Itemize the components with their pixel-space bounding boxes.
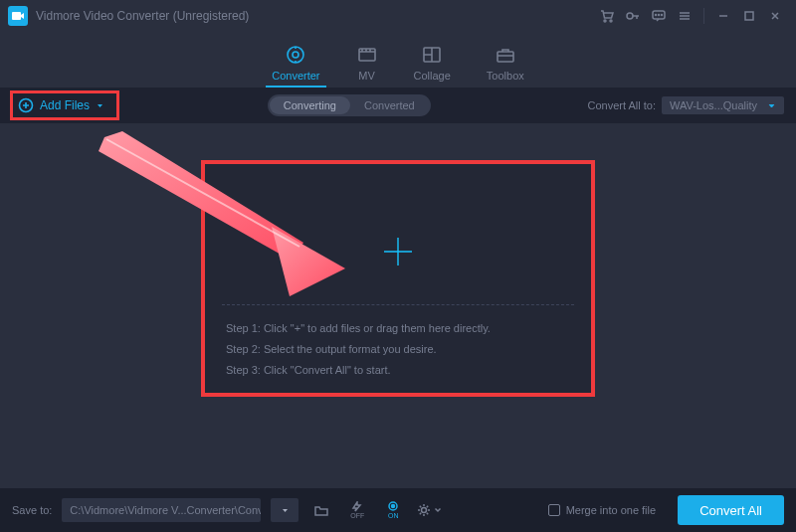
convert-all-to-select[interactable]: WAV-Los...Quality xyxy=(662,96,784,114)
minimize-icon[interactable] xyxy=(710,3,736,29)
app-title: Vidmore Video Converter (Unregistered) xyxy=(36,9,249,23)
subtab-converting[interactable]: Converting xyxy=(270,96,350,114)
gear-icon xyxy=(416,502,432,518)
convert-all-to-label: Convert All to: xyxy=(587,99,655,111)
chevron-down-icon xyxy=(281,506,290,515)
svg-point-2 xyxy=(610,20,612,22)
hw-on-label: ON xyxy=(388,512,399,519)
tab-toolbox[interactable]: Toolbox xyxy=(487,44,524,88)
main-tabs: Converter MV Collage Toolbox xyxy=(0,32,796,88)
svg-point-10 xyxy=(293,52,298,58)
tab-converter[interactable]: Converter xyxy=(272,44,319,88)
instructions: Step 1: Click "+" to add files or drag t… xyxy=(226,318,570,381)
app-logo-icon xyxy=(8,6,28,26)
save-to-dropdown[interactable] xyxy=(271,498,298,522)
svg-point-19 xyxy=(422,508,427,513)
hardware-accel-off-button[interactable]: OFF xyxy=(344,498,370,522)
plus-circle-icon xyxy=(18,97,34,113)
tab-collage[interactable]: Collage xyxy=(414,44,451,88)
add-files-plus-button[interactable] xyxy=(381,235,415,272)
merge-label: Merge into one file xyxy=(566,504,657,516)
svg-point-1 xyxy=(604,20,606,22)
chevron-down-icon xyxy=(434,506,442,514)
content-area: Step 1: Click "+" to add files or drag t… xyxy=(0,123,796,488)
subtab-pill: Converting Converted xyxy=(268,94,431,116)
tab-label: Converter xyxy=(272,70,319,82)
convert-all-button[interactable]: Convert All xyxy=(678,495,784,525)
plus-icon xyxy=(381,235,415,268)
chevron-down-icon xyxy=(767,101,776,110)
tab-mv[interactable]: MV xyxy=(356,44,378,88)
menu-icon[interactable] xyxy=(672,3,697,29)
tab-label: Toolbox xyxy=(487,70,524,82)
svg-point-3 xyxy=(627,13,633,19)
svg-rect-0 xyxy=(12,12,21,20)
subtab-converted[interactable]: Converted xyxy=(350,96,429,114)
convert-all-to: Convert All to: WAV-Los...Quality xyxy=(587,96,784,114)
save-to-label: Save to: xyxy=(12,504,52,516)
tab-label: MV xyxy=(358,70,375,82)
dropzone[interactable]: Step 1: Click "+" to add files or drag t… xyxy=(204,163,592,394)
tab-label: Collage xyxy=(414,70,451,82)
instruction-step1: Step 1: Click "+" to add files or drag t… xyxy=(226,318,570,339)
convert-all-to-value: WAV-Los...Quality xyxy=(670,99,757,111)
svg-point-9 xyxy=(288,47,303,63)
converter-icon xyxy=(285,44,306,66)
svg-point-5 xyxy=(656,15,657,16)
instruction-step3: Step 3: Click "Convert All" to start. xyxy=(226,360,570,381)
key-icon[interactable] xyxy=(620,3,646,29)
settings-button[interactable] xyxy=(416,498,442,522)
collage-icon xyxy=(421,44,443,66)
hardware-accel-on-button[interactable]: ON xyxy=(380,498,406,522)
svg-point-7 xyxy=(662,15,663,16)
save-to-path[interactable]: C:\Vidmore\Vidmore V...Converter\Convert… xyxy=(62,498,261,522)
bottom-bar: Save to: C:\Vidmore\Vidmore V...Converte… xyxy=(0,488,796,532)
merge-checkbox[interactable]: Merge into one file xyxy=(548,504,657,516)
toolbar: Add Files Converting Converted Convert A… xyxy=(0,88,796,123)
mv-icon xyxy=(356,44,378,66)
feedback-icon[interactable] xyxy=(646,3,672,29)
add-files-label: Add Files xyxy=(40,98,90,112)
title-bar: Vidmore Video Converter (Unregistered) xyxy=(0,0,796,32)
toolbox-icon xyxy=(495,44,516,66)
cart-icon[interactable] xyxy=(594,3,620,29)
separator xyxy=(703,8,704,24)
svg-rect-8 xyxy=(745,12,753,20)
hw-off-label: OFF xyxy=(350,512,364,519)
svg-rect-13 xyxy=(498,52,513,62)
instruction-step2: Step 2: Select the output format you des… xyxy=(226,339,570,360)
checkbox-icon xyxy=(548,504,560,516)
svg-point-18 xyxy=(392,505,395,508)
maximize-icon[interactable] xyxy=(736,3,762,29)
chevron-down-icon xyxy=(96,101,104,110)
close-icon[interactable] xyxy=(762,3,788,29)
svg-point-6 xyxy=(659,15,660,16)
divider xyxy=(222,304,574,305)
open-folder-button[interactable] xyxy=(308,498,334,522)
add-files-button[interactable]: Add Files xyxy=(12,93,110,117)
